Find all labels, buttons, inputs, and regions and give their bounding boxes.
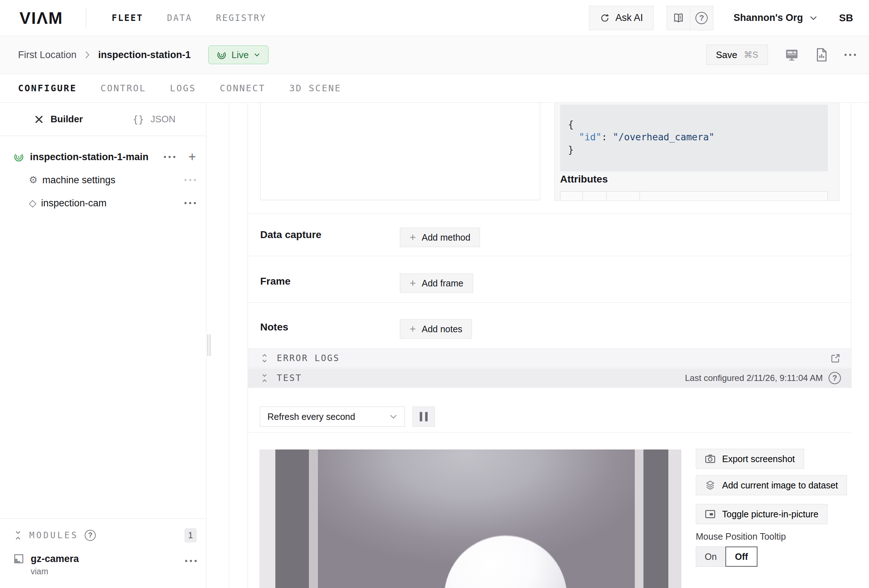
test-label: TEST — [277, 373, 302, 383]
tree-item-menu-icon[interactable] — [184, 202, 196, 204]
component-config-panel: { "id": "/overhead_camera" } Attributes … — [248, 103, 851, 588]
component-notes-editor[interactable] — [260, 103, 540, 200]
ai-refresh-icon — [599, 13, 610, 24]
nav-item-data[interactable]: DATA — [167, 13, 192, 23]
expand-icon — [260, 353, 269, 364]
picture-in-picture-icon — [705, 510, 716, 519]
toggle-off-button[interactable]: Off — [725, 547, 758, 567]
module-org: viam — [31, 567, 79, 576]
status-chevron-down-icon — [254, 53, 260, 57]
tree-item-label: inspection-station-1-main — [30, 151, 149, 163]
add-image-to-dataset-button[interactable]: Add current image to dataset — [696, 475, 847, 495]
section-notes: Notes + Add notes — [248, 302, 852, 348]
breadcrumb-location[interactable]: First Location — [18, 49, 77, 61]
ask-ai-button[interactable]: Ask AI — [589, 6, 654, 30]
save-button[interactable]: Save ⌘S — [706, 45, 768, 65]
collapse-icon[interactable] — [13, 530, 23, 541]
nav-item-registry[interactable]: REGISTRY — [216, 13, 267, 23]
cam-wall-right — [644, 449, 668, 588]
nav-divider — [86, 8, 86, 28]
cam-red-post-base — [309, 449, 318, 588]
pause-refresh-button[interactable] — [412, 407, 435, 427]
section-title: Data capture — [260, 229, 322, 241]
tab-connect[interactable]: CONNECT — [220, 83, 265, 93]
docs-button[interactable] — [667, 6, 690, 30]
toggle-pip-button[interactable]: Toggle picture-in-picture — [696, 504, 827, 524]
modules-panel: MODULES ? 1 gz-camera viam — [0, 518, 206, 588]
help-button[interactable]: ? — [690, 6, 713, 30]
help-icon: ? — [695, 12, 708, 24]
tree-item-machine-main[interactable]: inspection-station-1-main + — [0, 148, 206, 166]
tab-configure[interactable]: CONFIGURE — [18, 83, 77, 93]
breadcrumb-chevron-icon — [85, 50, 90, 59]
avatar[interactable]: SB — [839, 12, 853, 24]
export-screenshot-label: Export screenshot — [722, 454, 795, 464]
json-brace-icon: {} — [133, 114, 144, 125]
module-menu-icon[interactable] — [185, 560, 197, 562]
component-tree: inspection-station-1-main + ⚙ machine se… — [0, 136, 206, 212]
machine-online-icon — [217, 50, 227, 60]
more-options-button[interactable] — [844, 54, 856, 56]
cam-floor — [318, 449, 635, 588]
tab-3d-scene[interactable]: 3D SCENE — [289, 83, 341, 93]
machine-part-online-icon — [13, 151, 24, 162]
cam-stripe-right — [635, 449, 644, 588]
machine-report-button[interactable] — [816, 47, 828, 62]
component-json-code[interactable]: { "id": "/overhead_camera" } — [560, 105, 828, 171]
machine-status-badge[interactable]: Live — [208, 46, 269, 64]
plus-icon: + — [409, 232, 416, 243]
org-name: Shannon's Org — [734, 12, 803, 24]
machine-tabs: CONFIGURE CONTROL LOGS CONNECT 3D SCENE — [0, 74, 869, 103]
refresh-rate-value: Refresh every second — [267, 412, 355, 422]
error-logs-bar[interactable]: ERROR LOGS — [248, 348, 852, 368]
refresh-rate-select[interactable]: Refresh every second — [260, 407, 405, 427]
nav-item-fleet[interactable]: FLEET — [111, 13, 143, 23]
json-mode-button[interactable]: {} JSON — [133, 114, 176, 125]
modules-title: MODULES — [29, 530, 78, 541]
add-frame-label: Add frame — [422, 278, 463, 289]
camera-icon — [705, 454, 716, 464]
add-component-icon[interactable]: + — [188, 150, 196, 163]
pause-icon — [420, 412, 422, 421]
test-bar[interactable]: TEST Last configured 2/11/26, 9:11:04 AM… — [248, 368, 852, 388]
org-switcher[interactable]: Shannon's Org — [734, 12, 817, 24]
toggle-on-button[interactable]: On — [696, 547, 726, 567]
builder-mode-button[interactable]: Builder — [34, 114, 83, 125]
tree-item-inspection-cam[interactable]: ◇ inspection-cam — [0, 194, 206, 212]
plus-icon: + — [409, 324, 416, 335]
status-label: Live — [232, 49, 249, 61]
cam-edge-left — [260, 449, 275, 588]
save-label: Save — [716, 49, 737, 61]
mouse-position-tooltip-label: Mouse Position Tooltip — [696, 531, 786, 542]
tab-logs[interactable]: LOGS — [170, 83, 196, 93]
monitor-icon — [784, 48, 799, 62]
viam-logo: VIΛM — [19, 8, 63, 28]
panel-resize-handle[interactable] — [208, 335, 211, 356]
last-configured-text: Last configured 2/11/26, 9:11:04 AM — [685, 373, 823, 383]
tab-control[interactable]: CONTROL — [100, 83, 146, 93]
code-line: "id": "/overhead_camera" — [568, 131, 828, 144]
desktop-view-button[interactable] — [784, 48, 799, 62]
modules-help-icon[interactable]: ? — [85, 530, 96, 541]
export-screenshot-button[interactable]: Export screenshot — [696, 449, 804, 469]
add-notes-button[interactable]: + Add notes — [400, 319, 472, 339]
code-line: } — [568, 144, 828, 156]
docs-help-group: ? — [667, 6, 713, 30]
section-frame: Frame + Add frame — [248, 256, 852, 302]
module-item-gz-camera[interactable]: gz-camera viam — [0, 542, 206, 576]
builder-tools-icon — [34, 114, 44, 124]
tree-item-label: machine settings — [42, 175, 116, 186]
add-method-button[interactable]: + Add method — [400, 228, 480, 247]
tree-item-menu-icon[interactable] — [164, 156, 175, 158]
section-data-capture: Data capture + Add method — [248, 213, 852, 256]
tree-item-menu-icon[interactable] — [184, 179, 196, 181]
tree-item-machine-settings[interactable]: ⚙ machine settings — [0, 170, 206, 190]
section-title: Notes — [260, 321, 288, 333]
test-section-content: Refresh every second — [248, 388, 852, 588]
module-name: gz-camera — [31, 553, 79, 564]
test-help-icon[interactable]: ? — [829, 372, 841, 384]
ellipsis-icon — [844, 54, 856, 56]
open-in-new-icon[interactable] — [830, 353, 841, 364]
add-frame-button[interactable]: + Add frame — [400, 273, 473, 293]
code-line: { — [568, 118, 828, 131]
